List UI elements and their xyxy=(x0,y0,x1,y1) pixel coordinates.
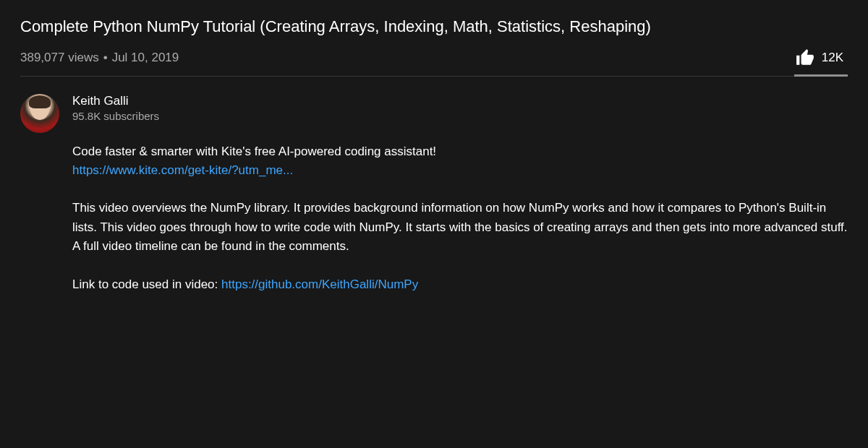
video-description: Code faster & smarter with Kite's free A… xyxy=(72,142,848,294)
video-meta-row: 389,077 views • Jul 10, 2019 12K xyxy=(20,48,848,67)
meta-separator: • xyxy=(103,51,108,65)
video-meta-left: 389,077 views • Jul 10, 2019 xyxy=(20,51,179,65)
description-body: This video overviews the NumPy library. … xyxy=(72,199,848,256)
view-count: 389,077 views xyxy=(20,51,99,65)
channel-info: Keith Galli 95.8K subscribers Code faste… xyxy=(72,94,848,313)
thumb-up-icon xyxy=(796,48,814,67)
promo-text: Code faster & smarter with Kite's free A… xyxy=(72,145,436,158)
code-link-label: Link to code used in video: xyxy=(72,277,221,291)
video-meta-right: 12K xyxy=(796,48,848,67)
channel-name[interactable]: Keith Galli xyxy=(72,94,848,108)
upload-date: Jul 10, 2019 xyxy=(112,51,179,65)
promo-link[interactable]: https://www.kite.com/get-kite/?utm_me... xyxy=(72,163,293,177)
subscriber-count: 95.8K subscribers xyxy=(72,110,848,122)
like-count: 12K xyxy=(822,51,843,65)
channel-avatar[interactable] xyxy=(20,94,59,133)
like-button[interactable]: 12K xyxy=(796,48,848,67)
video-title: Complete Python NumPy Tutorial (Creating… xyxy=(20,16,848,38)
code-link[interactable]: https://github.com/KeithGalli/NumPy xyxy=(221,277,418,291)
like-bar-accent xyxy=(794,74,848,77)
divider xyxy=(20,76,848,77)
channel-row: Keith Galli 95.8K subscribers Code faste… xyxy=(20,94,848,313)
